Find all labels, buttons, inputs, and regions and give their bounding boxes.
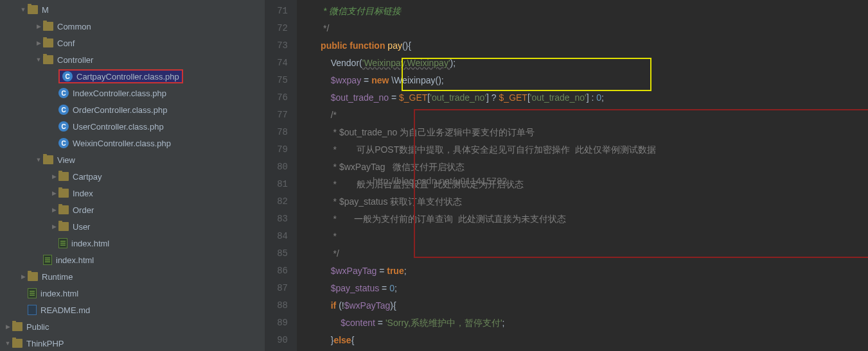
tree-item-label: ThinkPHP — [26, 339, 64, 348]
php-class-icon: C — [58, 88, 69, 98]
php-class-icon: C — [58, 121, 69, 132]
code-line[interactable]: }else{ — [297, 332, 868, 349]
tree-item-label: index.html — [56, 255, 94, 265]
tree-item-indexcontroller-class-php[interactable]: CIndexController.class.php — [0, 85, 265, 101]
expand-arrow-icon[interactable] — [50, 173, 58, 180]
tree-item-index[interactable]: Index — [0, 185, 265, 201]
folder-icon — [43, 22, 53, 31]
code-line[interactable]: $out_trade_no = $_GET['out_trade_no'] ? … — [297, 89, 868, 107]
code-line[interactable]: * — [297, 228, 868, 245]
tree-item-order[interactable]: Order — [0, 201, 265, 218]
tree-item-readme-md[interactable]: README.md — [0, 302, 265, 318]
expand-arrow-icon[interactable] — [35, 157, 42, 163]
code-line[interactable]: * $out_trade_no 为自己业务逻辑中要支付的订单号 — [297, 124, 868, 141]
tree-item-common[interactable]: Common — [0, 18, 265, 35]
folder-icon — [12, 339, 22, 348]
project-tree-panel[interactable]: MCommonConfControllerCCartpayController.… — [0, 0, 265, 351]
tree-item-label: Runtime — [42, 272, 73, 282]
tree-item-label: Controller — [57, 55, 93, 65]
tree-item-index-html[interactable]: index.html — [0, 235, 265, 252]
tree-item-label: CartpayController.class.php — [76, 72, 179, 81]
tree-item-label: README.md — [40, 305, 90, 315]
php-class-icon: C — [58, 138, 69, 148]
expand-arrow-icon[interactable] — [50, 190, 58, 196]
tree-item-weixincontroller-class-php[interactable]: CWeixinController.class.php — [0, 135, 265, 151]
folder-icon — [43, 55, 53, 64]
expand-arrow-icon[interactable] — [35, 23, 42, 30]
code-line[interactable]: $pay_status = 0; — [297, 280, 868, 297]
code-line[interactable]: $wxPayTag = true; — [297, 262, 868, 280]
folder-icon — [43, 39, 53, 47]
expand-arrow-icon[interactable] — [35, 56, 42, 63]
folder-icon — [58, 172, 69, 181]
tree-item-view[interactable]: View — [0, 151, 265, 168]
expand-arrow-icon[interactable] — [35, 40, 42, 46]
folder-icon — [12, 322, 22, 331]
tree-item-label: Common — [57, 22, 91, 31]
folder-icon — [58, 189, 69, 198]
folder-icon — [43, 155, 53, 164]
expand-arrow-icon[interactable] — [19, 273, 27, 280]
tree-item-label: Index — [73, 189, 93, 198]
expand-arrow-icon[interactable] — [4, 323, 12, 330]
code-content[interactable]: http://blog.csdn.net/u011415782 * 微信支付目标… — [297, 0, 868, 351]
expand-arrow-icon[interactable] — [50, 223, 58, 230]
tree-item-runtime[interactable]: Runtime — [0, 268, 265, 285]
tree-item-label: View — [57, 155, 75, 165]
folder-icon — [58, 222, 69, 231]
tree-item-label: Conf — [57, 39, 75, 48]
tree-item-ordercontroller-class-php[interactable]: COrderController.class.php — [0, 101, 265, 118]
tree-item-thinkphp[interactable]: ThinkPHP — [0, 335, 265, 351]
tree-item-public[interactable]: Public — [0, 318, 265, 335]
tree-item-label: IndexController.class.php — [73, 89, 166, 98]
tree-item-cartpay[interactable]: Cartpay — [0, 168, 265, 185]
expand-arrow-icon[interactable] — [50, 207, 58, 213]
tree-item-label: OrderController.class.php — [73, 105, 167, 115]
folder-icon — [28, 272, 38, 281]
code-line[interactable]: * 般为后台监控设置 此处测试定为开启状态 — [297, 176, 868, 193]
tree-item-label: index.html — [40, 289, 78, 298]
code-line[interactable]: */ — [297, 20, 868, 37]
code-line[interactable]: Vendor('Weixinpay.Weixinpay'); — [297, 55, 868, 72]
code-line[interactable]: * 微信支付目标链接 — [297, 3, 868, 20]
php-class-icon: C — [58, 105, 69, 115]
tree-item-index-html[interactable]: index.html — [0, 285, 265, 302]
tree-item-index-html[interactable]: index.html — [0, 252, 265, 268]
html-file-icon — [58, 238, 67, 248]
html-file-icon — [43, 255, 52, 265]
code-line[interactable]: public function pay(){ — [297, 37, 868, 55]
tree-item-label: M — [42, 5, 49, 15]
code-line[interactable]: /* — [297, 107, 868, 124]
code-editor[interactable]: 71 72 73 74 75 76 77 78 79 80 81 82 83 8… — [265, 0, 868, 351]
code-line[interactable]: * 可从POST数据中提取，具体安全起见可自行加密操作 此处仅举例测试数据 — [297, 141, 868, 158]
tree-item-label: Public — [26, 322, 49, 332]
expand-arrow-icon[interactable] — [19, 6, 27, 13]
code-line[interactable]: * $pay_status 获取订单支付状态 — [297, 193, 868, 210]
folder-icon — [58, 205, 69, 214]
tree-item-cartpaycontroller-class-php[interactable]: CCartpayController.class.php — [0, 68, 265, 85]
php-class-icon: C — [62, 71, 73, 81]
html-file-icon — [28, 288, 37, 298]
tree-item-label: User — [73, 222, 90, 232]
code-line[interactable]: $wxpay = new \Weixinpay(); — [297, 72, 868, 89]
code-line[interactable]: * $wxPayTag 微信支付开启状态 — [297, 158, 868, 176]
tree-item-label: Order — [73, 205, 94, 215]
code-line[interactable]: if (!$wxPayTag){ — [297, 297, 868, 314]
tree-item-controller[interactable]: Controller — [0, 51, 265, 68]
code-line[interactable]: */ — [297, 245, 868, 262]
tree-item-user[interactable]: User — [0, 218, 265, 235]
markdown-file-icon — [28, 305, 37, 315]
code-line[interactable]: * 一般为支付前的订单查询 此处测试直接为未支付状态 — [297, 210, 868, 228]
tree-item-label: UserController.class.php — [73, 122, 164, 132]
tree-item-label: Cartpay — [73, 172, 102, 182]
tree-item-label: WeixinController.class.php — [73, 139, 171, 148]
expand-arrow-icon[interactable] — [4, 340, 12, 347]
line-number-gutter: 71 72 73 74 75 76 77 78 79 80 81 82 83 8… — [265, 0, 297, 351]
tree-item-usercontroller-class-php[interactable]: CUserController.class.php — [0, 118, 265, 135]
folder-icon — [28, 5, 38, 14]
tree-item-label: index.html — [71, 239, 109, 248]
code-line[interactable]: $content = 'Sorry,系统维护中，暂停支付'; — [297, 314, 868, 332]
tree-item-m[interactable]: M — [0, 1, 265, 18]
tree-item-conf[interactable]: Conf — [0, 35, 265, 51]
